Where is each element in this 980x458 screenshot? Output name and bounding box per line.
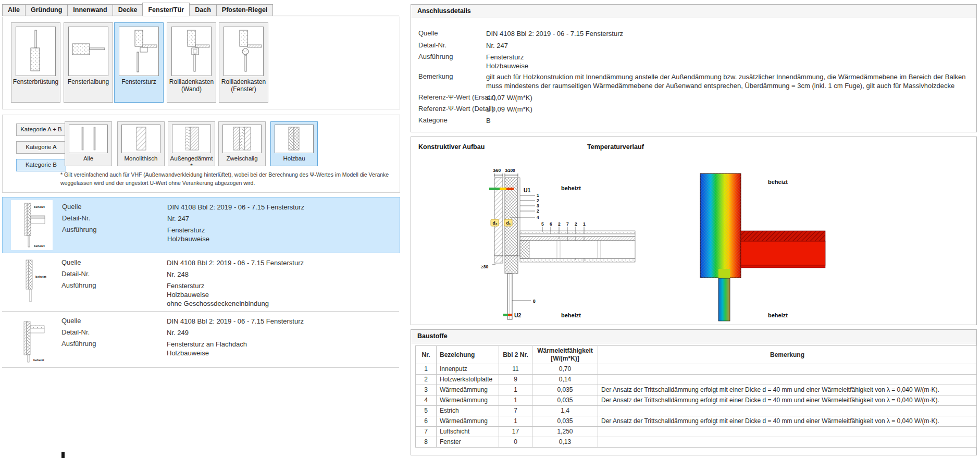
table-row: 3Wärmedämmung10,035Der Ansatz der Tritts…: [416, 385, 977, 395]
detail-list-item-249[interactable]: beheizt Quelle DIN 4108 Bbl 2: 2019 - 06…: [2, 312, 399, 368]
table-row: 7Luftschicht171,250: [416, 427, 977, 437]
detail-nr-label: Detail-Nr.: [62, 214, 90, 222]
callout-label: 7: [566, 221, 569, 227]
type-card-label: Rollladenkasten (Fenster): [219, 78, 268, 93]
callout-label: 2: [537, 198, 539, 203]
baustoffe-title: Baustoffe: [411, 330, 976, 343]
text-cursor-artifact: [61, 452, 65, 458]
diagram-panel: Konstruktiver Aufbau Temperaturverlauf ≥…: [411, 137, 977, 325]
tab-dach[interactable]: Dach: [189, 4, 217, 16]
tab-alle[interactable]: Alle: [2, 4, 26, 16]
quelle-label: Quelle: [61, 258, 81, 266]
detail-list-item-247[interactable]: beheizt beheizt Quelle DIN 4108 Bbl 2: 2…: [2, 197, 400, 253]
construction-card-label: Holzbau: [271, 155, 317, 162]
baustoffe-table: Nr. Bezeichung Bbl 2 Nr. Wärmeleitfähigk…: [415, 345, 977, 448]
callout-label: 2: [575, 221, 577, 227]
construction-card-label: Außengedämmt *: [168, 155, 215, 169]
ausfuehrung-value: Fenstersturz Holzbauweise: [486, 53, 528, 70]
callout-label: 8: [533, 299, 536, 304]
thermal-bridge-catalog-window: Alle Gründung Innenwand Decke Fenster/Tü…: [0, 0, 980, 458]
callout-label: 2: [558, 221, 561, 227]
callout-label: 2: [537, 208, 539, 214]
detail-nr-value: Nr. 247: [486, 41, 508, 50]
type-card-label: Fensterbrüstung: [11, 78, 60, 85]
construction-card-label: Alle: [65, 155, 111, 162]
baustoffe-panel: Baustoffe Nr. Bezeichung Bbl 2 Nr. Wärme…: [411, 329, 977, 455]
type-card-rollladenkasten-fenster[interactable]: Rollladenkasten (Fenster): [219, 22, 268, 103]
kategorie-a-b-button[interactable]: Kategorie A + B: [16, 123, 66, 136]
quelle-label: Quelle: [61, 317, 81, 325]
construction-card-label: Zweischalig: [219, 155, 265, 162]
type-card-fenstersturz[interactable]: Fenstersturz: [114, 22, 164, 103]
detail-nr-value: Nr. 248: [167, 270, 189, 279]
callout-label: 6: [550, 221, 552, 227]
callout-label: 1: [537, 193, 539, 198]
construction-card-zweischalig[interactable]: Zweischalig: [218, 121, 266, 166]
ausfuehrung-label: Ausführung: [418, 53, 453, 60]
beheizt-label: beheizt: [33, 358, 44, 362]
callout-label: 4: [537, 215, 539, 220]
kategorie-b-button[interactable]: Kategorie B: [16, 159, 66, 171]
detail-list-item-248[interactable]: beheizt Quelle DIN 4108 Bbl 2: 2019 - 06…: [2, 253, 399, 312]
tab-innenwand[interactable]: Innenwand: [67, 4, 113, 16]
tab-fenster-tuer[interactable]: Fenster/Tür: [142, 3, 190, 16]
type-card-fensterlaibung[interactable]: Fensterlaibung: [64, 22, 113, 103]
construction-card-alle[interactable]: Alle: [65, 121, 112, 166]
beheizt-label: beheizt: [35, 275, 46, 278]
temperature-diagram: beheizt beheizt: [672, 167, 838, 324]
ausfuehrung-value: Fenstersturz Holzbauweise ohne Geschossd…: [167, 281, 269, 308]
detail-248-thumbnail: beheizt: [10, 256, 52, 306]
d2-label: d₂: [493, 220, 498, 226]
detail-247-thumbnail: beheizt beheizt: [11, 200, 53, 250]
u1-label: U1: [524, 187, 531, 193]
type-card-label: Rollladenkasten (Wand): [167, 78, 216, 93]
col-waermeleitfaehigkeit: Wärmeleitfähigkeit[W/(m*K)]: [532, 346, 598, 364]
temperaturverlauf-title: Temperaturverlauf: [587, 143, 644, 151]
quelle-value: DIN 4108 Bbl 2: 2019 - 06 - 7.15 Fenster…: [167, 317, 304, 326]
quelle-value: DIN 4108 Bbl 2: 2019 - 06 - 7.15 Fenster…: [486, 29, 623, 38]
type-card-fensterbruestung[interactable]: Fensterbrüstung: [11, 22, 60, 103]
dim-30-label: ≥30: [481, 264, 488, 269]
quelle-value: DIN 4108 Bbl 2: 2019 - 06 - 7.15 Fenster…: [167, 203, 304, 212]
tab-pfosten-riegel[interactable]: Pfosten-Riegel: [216, 4, 274, 16]
ausfuehrung-value: Fenstersturz an Flachdach Holzbauweise: [167, 340, 247, 357]
fensterbruestung-drawing-icon: [16, 27, 56, 76]
tab-decke[interactable]: Decke: [113, 4, 143, 16]
bemerkung-value: gilt auch für Holzkonstruktion mit Innen…: [486, 72, 973, 90]
table-row: 2Holzwerkstoffplatte90,14: [416, 375, 977, 385]
kategorie-a-button[interactable]: Kategorie A: [16, 141, 66, 154]
quelle-label: Quelle: [62, 203, 82, 211]
construction-card-monolithisch[interactable]: Monolithisch: [117, 121, 165, 166]
holzbau-construction-icon: [275, 125, 314, 153]
col-bemerkung: Bemerkung: [598, 346, 977, 364]
construction-card-holzbau[interactable]: Holzbau: [270, 121, 318, 166]
ref-ersatz-label: Referenz-Ψ-Wert (Ersatz): [418, 93, 496, 101]
type-card-label: Fensterlaibung: [64, 78, 113, 85]
construction-card-aussengedaemmt[interactable]: Außengedämmt *: [168, 121, 215, 166]
kategorie-label: Kategorie: [418, 116, 448, 124]
dim-60-label: ≥60: [493, 168, 501, 173]
construction-diagram: ≥60 ≥100 U1 1 2 3 2 4 d₂ d₁ 5 6 2 7 2: [479, 164, 659, 323]
detail-nr-label: Detail-Nr.: [61, 328, 90, 336]
monolithisch-construction-icon: [121, 125, 160, 153]
u2-label: U2: [514, 312, 522, 318]
col-bezeichnung: Bezeichung: [437, 346, 499, 364]
table-row: 4Wärmedämmung10,035Der Ansatz der Tritts…: [416, 395, 977, 406]
detail-249-thumbnail: beheizt: [10, 314, 52, 364]
beheizt-label: beheizt: [768, 179, 788, 185]
quelle-value: DIN 4108 Bbl 2: 2019 - 06 - 7.15 Fenster…: [167, 258, 304, 267]
detail-nr-value: Nr. 249: [167, 328, 189, 337]
beheizt-label: beheizt: [561, 185, 581, 191]
quelle-label: Quelle: [418, 29, 438, 37]
ausfuehrung-label: Ausführung: [61, 340, 96, 348]
ausfuehrung-value: Fenstersturz Holzbauweise: [167, 226, 209, 243]
detail-nr-label: Detail-Nr.: [418, 41, 446, 49]
detail-nr-label: Detail-Nr.: [61, 270, 90, 278]
tab-gruendung[interactable]: Gründung: [25, 4, 68, 16]
type-card-rollladenkasten-wand[interactable]: Rollladenkasten (Wand): [167, 22, 216, 103]
list-separator: [2, 367, 399, 368]
category-tab-bar: Alle Gründung Innenwand Decke Fenster/Tü…: [2, 2, 399, 16]
beheizt-label: beheizt: [34, 205, 45, 208]
table-row: 6Wärmedämmung10,035Der Ansatz der Tritts…: [416, 416, 977, 427]
callout-label: 5: [541, 221, 544, 227]
